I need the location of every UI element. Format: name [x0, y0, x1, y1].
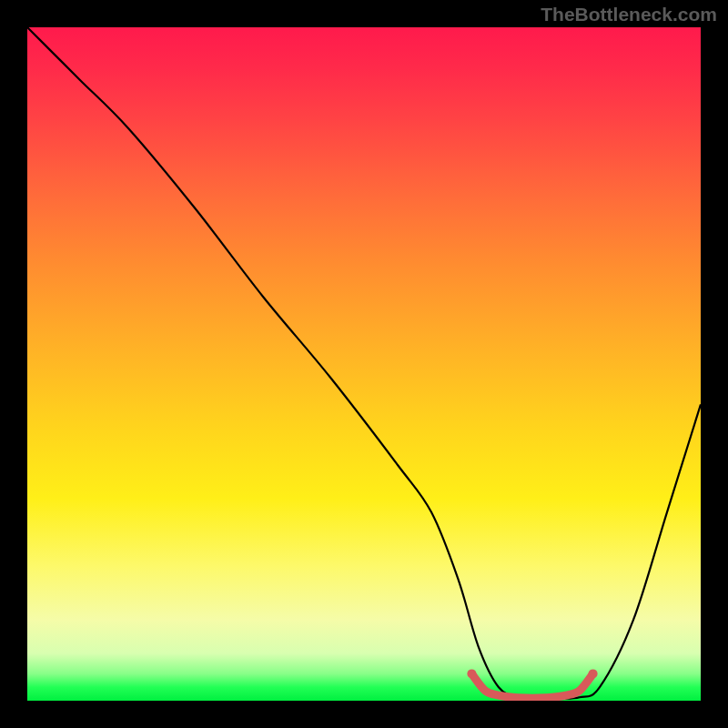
chart-svg — [27, 27, 701, 701]
highlight-dot-start — [467, 669, 476, 678]
plot-area — [27, 27, 701, 701]
watermark-text: TheBottleneck.com — [541, 4, 717, 25]
highlight-segment-path — [471, 673, 592, 698]
highlight-dot-end — [589, 669, 598, 678]
bottleneck-curve-path — [27, 27, 701, 699]
